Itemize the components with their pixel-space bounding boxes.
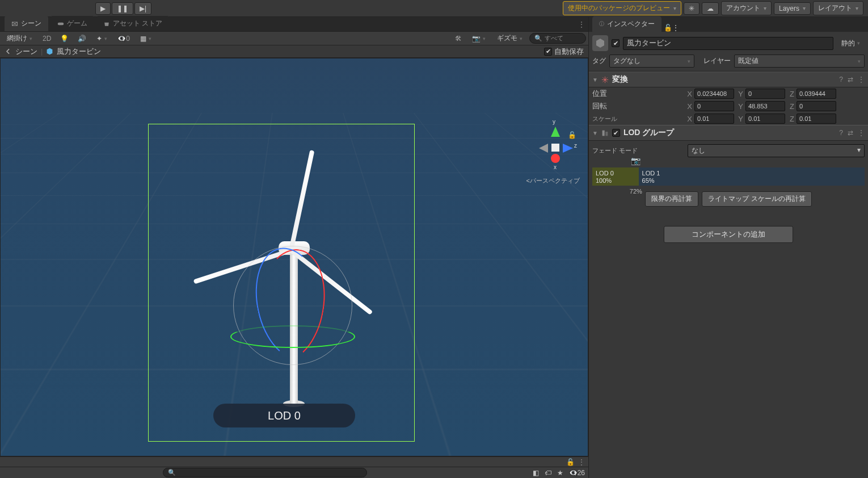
tab-game[interactable]: ゲーム — [50, 16, 94, 31]
prefab-filter-icon[interactable]: ◧ — [533, 469, 539, 477]
layout-label: レイアウト — [818, 3, 852, 13]
help-icon[interactable]: ? — [839, 129, 843, 137]
fx-dropdown-icon[interactable]: ✦ — [92, 33, 112, 44]
play-button[interactable]: ▶ — [95, 2, 111, 15]
transform-header[interactable]: ▼ 変換 ? ⇄ ⋮ — [589, 72, 868, 87]
hidden-objects-toggle[interactable]: 👁‍🗨0 — [114, 33, 133, 44]
gizmos-dropdown[interactable]: ギズモ — [492, 32, 527, 44]
hidden-total: 26 — [578, 469, 585, 477]
layer-value: 既定値 — [738, 56, 759, 66]
autosave-checkbox[interactable]: ✔ — [544, 48, 552, 56]
tab-menu-icon[interactable]: ⋮ — [578, 20, 585, 28]
hidden-filter-icon[interactable]: 👁‍🗨26 — [569, 469, 585, 477]
lod1-name: LOD 1 — [642, 170, 861, 177]
camera-marker-icon[interactable]: 📷 — [631, 156, 641, 165]
camera-pct-label: 72% — [630, 188, 642, 195]
gamepad-icon — [57, 20, 64, 27]
rotation-label: 回転 — [592, 101, 683, 111]
orientation-gizmo[interactable]: y z x — [532, 127, 578, 172]
breadcrumb: シーン | 風力タービン ✔ 自動保存 — [0, 45, 588, 58]
preview-label: 使用中のパッケージのプレビュー — [568, 3, 670, 13]
tab-asset-store[interactable]: アセット ストア — [96, 16, 169, 31]
2d-toggle[interactable]: 2D — [39, 33, 54, 44]
lod0-name: LOD 0 — [596, 170, 635, 177]
fade-mode-dropdown[interactable]: なし▾ — [688, 144, 865, 157]
scale-z-field[interactable] — [797, 114, 836, 124]
help-icon[interactable]: ? — [839, 76, 843, 83]
shading-mode-dropdown[interactable]: 網掛け — [2, 32, 37, 44]
axis-x-label: x — [554, 164, 557, 170]
account-dropdown[interactable]: アカウント — [721, 1, 772, 15]
scene-icon — [11, 20, 18, 27]
static-label: 静的 — [841, 39, 855, 48]
rot-z-field[interactable] — [797, 101, 836, 111]
rot-y-field[interactable] — [745, 101, 785, 111]
lod0-segment[interactable]: LOD 0 100% — [592, 167, 639, 186]
view-footer: 🔓 ⋮ — [0, 456, 588, 467]
lod-bar[interactable]: LOD 0 100% LOD 1 65% — [592, 167, 865, 186]
camera-dropdown-icon[interactable]: 📷 — [467, 33, 490, 44]
cloud-icon[interactable]: ☁ — [702, 2, 719, 15]
step-button[interactable]: ▶| — [134, 2, 151, 15]
fade-mode-label: フェード モード — [592, 146, 683, 155]
hidden-count: 0 — [126, 35, 130, 43]
scale-y-field[interactable] — [745, 114, 785, 124]
component-menu-icon[interactable]: ⋮ — [858, 76, 865, 83]
tools-icon[interactable]: 🛠 — [452, 33, 465, 44]
pos-z-field[interactable] — [797, 89, 836, 99]
scene-viewport[interactable]: 🔓 y z x <パースペクティブ LOD 0 — [0, 58, 588, 456]
component-menu-icon[interactable]: ⋮ — [858, 129, 865, 137]
audio-toggle-icon[interactable]: 🔊 — [74, 33, 90, 44]
status-bar: 🔍 ◧ 🏷 ★ 👁‍🗨26 — [0, 467, 588, 478]
preview-packages-button[interactable]: 使用中のパッケージのプレビュー — [563, 1, 681, 15]
layer-dropdown[interactable]: 既定値▾ — [734, 54, 865, 68]
search-placeholder: すべて — [545, 34, 563, 43]
preset-icon[interactable]: ⇄ — [848, 76, 853, 83]
recalc-bounds-button[interactable]: 限界の再計算 — [645, 191, 698, 207]
pos-y-field[interactable] — [745, 89, 785, 99]
scale-x-field[interactable] — [694, 114, 734, 124]
active-checkbox[interactable]: ✔ — [612, 39, 620, 47]
rot-x-field[interactable] — [694, 101, 734, 111]
breadcrumb-object[interactable]: 風力タービン — [57, 47, 101, 57]
add-component-button[interactable]: コンポーネントの追加 — [664, 226, 793, 243]
foldout-icon[interactable]: ▼ — [592, 77, 598, 83]
lod0-pct: 100% — [596, 177, 635, 185]
lighting-toggle-icon[interactable]: 💡 — [57, 33, 72, 44]
favorite-filter-icon[interactable]: ★ — [557, 469, 563, 477]
footer-menu-icon[interactable]: ⋮ — [578, 458, 585, 466]
tab-game-label: ゲーム — [67, 19, 87, 28]
inspector-lock-icon[interactable]: 🔓 — [664, 24, 672, 32]
tag-label: タグ — [592, 56, 606, 66]
lod1-segment[interactable]: LOD 1 65% — [639, 167, 865, 186]
recalc-lightmap-button[interactable]: ライトマップ スケールの再計算 — [702, 191, 811, 207]
pos-x-field[interactable] — [694, 89, 734, 99]
layout-dropdown[interactable]: レイアウト — [813, 1, 863, 15]
scene-search-input[interactable]: 🔍 すべて — [529, 33, 586, 44]
preset-icon[interactable]: ⇄ — [848, 129, 853, 137]
perspective-label[interactable]: <パースペクティブ — [526, 177, 580, 185]
label-filter-icon[interactable]: 🏷 — [545, 469, 551, 477]
layers-dropdown[interactable]: Layers — [774, 2, 811, 15]
foldout-icon[interactable]: ▼ — [592, 130, 598, 136]
gameobject-icon[interactable] — [592, 35, 608, 51]
tab-inspector[interactable]: ⓘ インスペクター — [592, 16, 661, 32]
back-icon[interactable] — [5, 48, 12, 55]
grid-dropdown-icon[interactable]: ▦ — [136, 33, 156, 44]
collab-icon[interactable]: ✳ — [684, 2, 700, 15]
lod-group-header[interactable]: ▼ ✔ LOD グループ ? ⇄ ⋮ — [589, 125, 868, 141]
rotation-gizmo[interactable] — [233, 246, 352, 365]
inspector-tabbar: ⓘ インスペクター 🔓 ⋮ — [589, 17, 868, 32]
position-label: 位置 — [592, 89, 683, 99]
project-search-input[interactable]: 🔍 — [163, 468, 367, 477]
lock-footer-icon[interactable]: 🔓 — [566, 458, 575, 466]
object-name-field[interactable] — [623, 37, 833, 50]
pause-button[interactable]: ❚❚ — [112, 2, 133, 15]
tab-scene[interactable]: シーン — [5, 16, 48, 31]
tag-dropdown[interactable]: タグなし▾ — [609, 54, 694, 68]
tab-asset-store-label: アセット ストア — [113, 19, 162, 28]
breadcrumb-scene[interactable]: シーン — [15, 47, 37, 57]
lod-enabled-checkbox[interactable]: ✔ — [612, 129, 620, 137]
static-dropdown[interactable]: 静的 — [837, 37, 865, 49]
inspector-menu-icon[interactable]: ⋮ — [672, 24, 679, 32]
